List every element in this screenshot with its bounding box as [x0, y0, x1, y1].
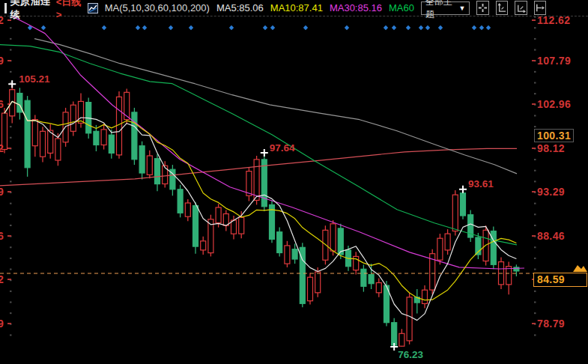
candle[interactable]: [384, 281, 390, 327]
event-marker[interactable]: [102, 25, 106, 30]
candle[interactable]: [163, 161, 168, 187]
candle[interactable]: [109, 130, 114, 159]
candle[interactable]: [270, 200, 275, 243]
event-marker[interactable]: [406, 25, 410, 30]
period-label[interactable]: <日线>: [56, 0, 82, 20]
candle[interactable]: [285, 241, 290, 267]
candle[interactable]: [461, 189, 466, 219]
candle[interactable]: [422, 285, 428, 308]
minor-tick: [534, 82, 536, 84]
event-marker[interactable]: [136, 25, 140, 30]
candle[interactable]: [25, 96, 30, 177]
event-marker[interactable]: [142, 25, 147, 30]
candle[interactable]: [369, 264, 374, 289]
candle[interactable]: [277, 228, 282, 257]
candle[interactable]: [201, 237, 206, 255]
candlestick-chart-icon[interactable]: [88, 3, 98, 13]
chart-canvas[interactable]: 105.2197.6493.6176.23: [0, 0, 588, 364]
candle[interactable]: [491, 226, 496, 269]
minor-tick: [534, 93, 536, 94]
candle[interactable]: [48, 124, 53, 159]
minor-tick: [534, 71, 536, 73]
event-marker[interactable]: [392, 25, 396, 30]
candle[interactable]: [399, 329, 404, 347]
candle[interactable]: [246, 168, 252, 201]
candle[interactable]: [147, 151, 152, 179]
event-marker[interactable]: [229, 25, 234, 30]
major-tick: [7, 60, 11, 61]
candle-body: [178, 189, 183, 213]
event-marker[interactable]: [486, 25, 491, 30]
candle[interactable]: [300, 243, 305, 307]
candle[interactable]: [40, 127, 46, 162]
candle[interactable]: [63, 108, 68, 147]
candle-body: [254, 160, 259, 201]
major-tick: [7, 235, 11, 237]
candle[interactable]: [430, 249, 435, 295]
candle[interactable]: [254, 156, 259, 204]
candle-body: [32, 120, 37, 146]
event-marker[interactable]: [479, 25, 484, 30]
candle[interactable]: [55, 133, 61, 166]
candle[interactable]: [376, 278, 381, 297]
candle[interactable]: [445, 229, 450, 255]
zoom-y-axis-icon[interactable]: [496, 1, 508, 15]
candle[interactable]: [70, 101, 76, 136]
candle[interactable]: [437, 234, 443, 264]
candle-body: [277, 232, 282, 253]
event-marker[interactable]: [169, 25, 173, 30]
candle[interactable]: [392, 318, 397, 347]
ma-settings-label[interactable]: MA(5,10,30,60,100,200): [105, 2, 210, 13]
major-tick: [7, 191, 11, 192]
move-crosshair-icon[interactable]: [476, 1, 488, 15]
candle[interactable]: [101, 124, 106, 150]
event-marker[interactable]: [189, 25, 193, 30]
candle[interactable]: [506, 262, 512, 295]
event-marker[interactable]: [419, 25, 423, 30]
candle[interactable]: [185, 199, 190, 221]
candle[interactable]: [139, 142, 145, 180]
candle[interactable]: [155, 154, 160, 192]
candle[interactable]: [132, 108, 137, 165]
zoom-x-axis-icon[interactable]: [515, 1, 527, 15]
candle[interactable]: [407, 293, 412, 345]
candle[interactable]: [170, 165, 175, 195]
candle[interactable]: [124, 89, 130, 124]
candle-body: [193, 206, 198, 247]
candle[interactable]: [354, 252, 359, 274]
major-tick: [532, 103, 536, 105]
candle[interactable]: [292, 243, 297, 264]
event-marker[interactable]: [270, 25, 275, 30]
candle[interactable]: [94, 125, 99, 151]
event-marker[interactable]: [384, 25, 388, 30]
candle-body: [399, 333, 404, 346]
minor-tick: [10, 203, 12, 204]
theme-dropdown[interactable]: 全部主题 ▼: [421, 1, 470, 15]
event-marker[interactable]: [438, 25, 443, 30]
major-tick: [532, 235, 536, 237]
candle[interactable]: [79, 94, 84, 128]
event-marker[interactable]: [345, 25, 349, 30]
candle[interactable]: [308, 273, 313, 304]
candle[interactable]: [178, 185, 183, 217]
candle[interactable]: [330, 220, 336, 255]
axis-tick-label: 78.79: [537, 318, 565, 330]
event-marker[interactable]: [303, 25, 308, 30]
event-marker[interactable]: [472, 25, 476, 30]
candle-body: [94, 131, 99, 145]
axis-tick-label: 88.46: [537, 230, 565, 242]
candle[interactable]: [193, 202, 198, 254]
minor-tick: [534, 246, 536, 248]
event-marker[interactable]: [425, 25, 430, 30]
event-marker[interactable]: [263, 25, 267, 30]
candle[interactable]: [223, 210, 228, 231]
event-marker[interactable]: [41, 25, 46, 30]
candle[interactable]: [361, 264, 366, 291]
candle[interactable]: [514, 264, 519, 276]
candle[interactable]: [414, 289, 419, 314]
candle[interactable]: [208, 215, 213, 257]
shift-right-icon[interactable]: [534, 1, 546, 15]
annotation-text: 76.23: [398, 349, 423, 360]
candle[interactable]: [468, 210, 473, 242]
candle[interactable]: [261, 153, 267, 211]
